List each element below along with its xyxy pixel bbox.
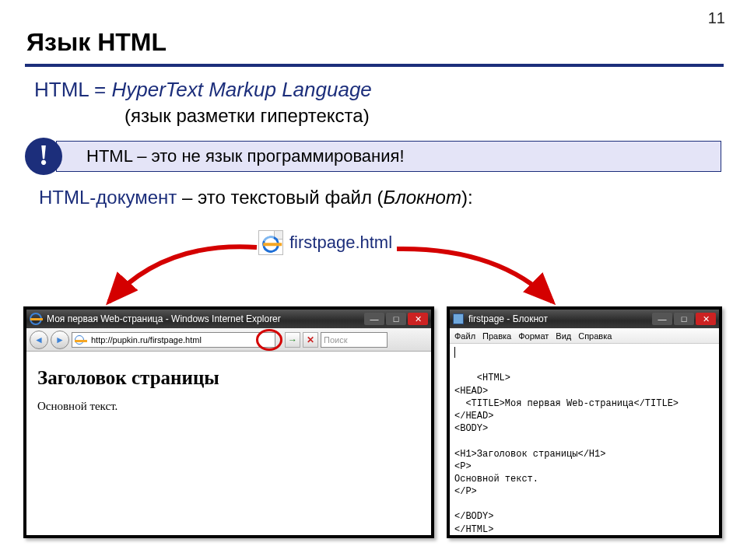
definition-line: HTML = HyperText Markup Language: [34, 78, 372, 102]
menu-help[interactable]: Справка: [578, 331, 612, 341]
exclamation-icon: !: [25, 138, 62, 175]
doc-rest: – это текстовый файл (: [177, 187, 383, 208]
search-input[interactable]: Поиск: [321, 332, 388, 348]
text-cursor: [454, 347, 455, 358]
url-text: http://pupkin.ru/firstpage.html: [91, 335, 202, 345]
notepad-window: firstpage - Блокнот — □ ✕ Файл Правка Фо…: [447, 306, 722, 538]
search-placeholder: Поиск: [324, 335, 347, 345]
doc-term: HTML-документ: [39, 187, 177, 208]
alert-text: HTML – это не язык программирования!: [86, 146, 405, 166]
page-text: Основной текст.: [37, 400, 420, 413]
forward-button[interactable]: ►: [51, 331, 69, 349]
notepad-textarea[interactable]: <HTML> <HEAD> <TITLE>Моя первая Web-стра…: [450, 344, 719, 551]
doc-app: Блокнот: [384, 187, 461, 208]
document-sentence: HTML-документ – это текстовый файл (Блок…: [39, 187, 473, 208]
notepad-menubar: Файл Правка Формат Вид Справка: [450, 328, 719, 344]
page-number: 11: [708, 9, 725, 27]
ie-file-icon: [258, 230, 283, 255]
back-button[interactable]: ◄: [30, 331, 48, 349]
address-bar[interactable]: http://pupkin.ru/firstpage.html: [72, 332, 275, 348]
file-block: firstpage.html: [258, 230, 392, 255]
menu-view[interactable]: Вид: [556, 331, 571, 341]
definition-prefix: HTML =: [34, 78, 111, 101]
stop-button[interactable]: ✕: [303, 332, 318, 348]
page-h1: Заголовок страницы: [37, 367, 420, 389]
heading-underline: [25, 64, 724, 67]
url-favicon: [75, 335, 84, 345]
menu-format[interactable]: Формат: [518, 331, 549, 341]
browser-window: Моя первая Web-страница - Windows Intern…: [23, 306, 434, 538]
notepad-content: <HTML> <HEAD> <TITLE>Моя первая Web-стра…: [454, 373, 679, 534]
file-name: firstpage.html: [289, 233, 392, 253]
slide-title: Язык HTML: [26, 28, 167, 57]
definition-expansion: HyperText Markup Language: [111, 78, 371, 101]
arrow-right-icon: [397, 249, 552, 302]
definition-translation: (язык разметки гипертекста): [124, 105, 370, 127]
menu-file[interactable]: Файл: [454, 331, 475, 341]
alert-box: HTML – это не язык программирования! !: [25, 138, 721, 173]
arrow-left-icon: [109, 247, 257, 302]
menu-edit[interactable]: Правка: [482, 331, 511, 341]
go-button[interactable]: →: [285, 332, 300, 348]
browser-viewport: Заголовок страницы Основной текст.: [26, 352, 431, 422]
browser-toolbar: ◄ ► http://pupkin.ru/firstpage.html → ✕ …: [26, 328, 431, 352]
doc-after: ):: [461, 187, 473, 208]
